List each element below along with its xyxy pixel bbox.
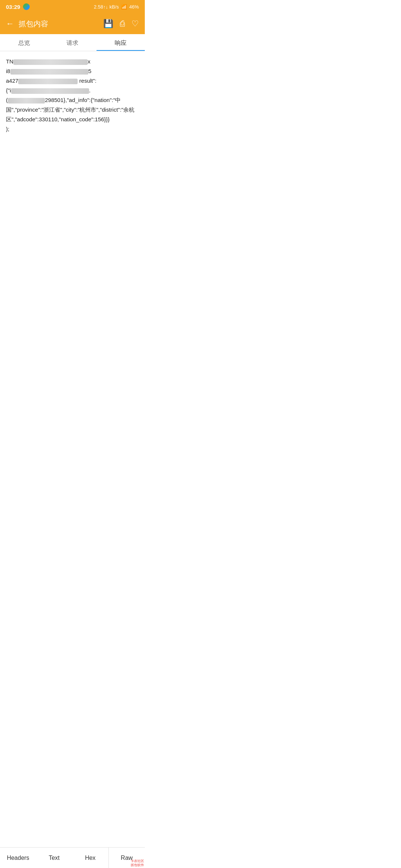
content-line-2: a427 result":	[6, 76, 139, 85]
blurred-segment	[8, 98, 45, 103]
save-button[interactable]: 💾	[103, 19, 113, 29]
signal-icon: 📶	[121, 4, 127, 10]
blurred-segment	[18, 79, 78, 84]
tab-response[interactable]: 响应	[97, 34, 145, 51]
blurred-segment	[10, 69, 88, 75]
blurred-segment	[13, 59, 88, 65]
page-title: 抓包内容	[19, 19, 103, 29]
status-time: 03:29	[6, 3, 30, 10]
content-line-0: TN x	[6, 57, 139, 66]
time-text: 03:29	[6, 4, 20, 10]
content-line-3: {"i .	[6, 86, 139, 95]
status-bar: 03:29 2.58↑↓ kB/s 📶 46%	[0, 0, 145, 13]
back-button[interactable]: ←	[6, 19, 14, 29]
response-content: TN x i8 5 a427 result": {"i . (	[0, 51, 145, 274]
tab-bar: 总览 请求 响应	[0, 34, 145, 51]
globe-icon	[23, 3, 30, 10]
favorite-button[interactable]: ♡	[131, 19, 139, 29]
status-icons: 2.58↑↓ kB/s 📶 46%	[94, 4, 139, 10]
content-line-4: ( 298501},"ad_info":{"nation":"中	[6, 96, 139, 105]
content-line-6: 区","adcode":330110,"nation_code":156}}}	[6, 115, 139, 124]
blurred-segment	[11, 88, 89, 94]
content-line-7: );	[6, 125, 139, 134]
content-line-5: 国","province":"浙江省","city":"杭州市","distri…	[6, 105, 139, 114]
tab-overview[interactable]: 总览	[0, 34, 48, 51]
battery-status: 46%	[129, 4, 139, 10]
share-button[interactable]: ⎙	[120, 19, 125, 29]
header-actions: 💾 ⎙ ♡	[103, 19, 139, 29]
tab-request[interactable]: 请求	[48, 34, 97, 51]
app-header: ← 抓包内容 💾 ⎙ ♡	[0, 13, 145, 34]
content-line-1: i8 5	[6, 67, 139, 76]
network-status: 2.58↑↓ kB/s	[94, 4, 119, 10]
